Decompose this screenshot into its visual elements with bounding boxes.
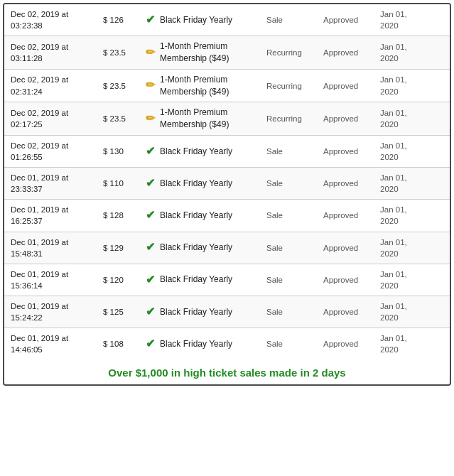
cell-type: Sale bbox=[264, 241, 321, 255]
cell-expiry: Jan 01, 2020 bbox=[378, 202, 428, 228]
table-row: Dec 01, 2019 at 15:48:31 $ 129 ✔ Black F… bbox=[4, 232, 450, 264]
cell-amount: $ 128 bbox=[101, 208, 144, 222]
cell-type: Sale bbox=[264, 305, 321, 319]
cell-amount: $ 23.5 bbox=[101, 112, 144, 126]
cell-status: Approved bbox=[321, 305, 378, 319]
table-row: Dec 01, 2019 at 23:33:37 $ 110 ✔ Black F… bbox=[4, 168, 450, 200]
cell-date: Dec 01, 2019 at 15:24:22 bbox=[9, 299, 101, 325]
status-icon: ✔ bbox=[144, 206, 158, 225]
cell-type: Sale bbox=[264, 176, 321, 190]
cell-product: Black Friday Yearly bbox=[158, 176, 264, 191]
cell-expiry: Jan 01, 2020 bbox=[378, 139, 428, 164]
cell-date: Dec 01, 2019 at 15:36:14 bbox=[9, 267, 101, 293]
cell-date: Dec 02, 2019 at 03:23:38 bbox=[9, 7, 101, 33]
table-row: Dec 02, 2019 at 02:31:24 $ 23.5 ✏ 1-Mont… bbox=[4, 70, 450, 103]
cell-expiry: Jan 01, 2020 bbox=[378, 40, 428, 65]
cell-product: 1-Month Premium Membership ($49) bbox=[158, 39, 264, 66]
cell-date: Dec 01, 2019 at 14:46:05 bbox=[9, 331, 101, 357]
table-row: Dec 01, 2019 at 16:25:37 $ 128 ✔ Black F… bbox=[4, 200, 450, 232]
status-icon: ✏ bbox=[144, 76, 158, 94]
status-icon: ✔ bbox=[144, 238, 158, 256]
cell-amount: $ 125 bbox=[101, 305, 144, 319]
table-row: Dec 02, 2019 at 01:26:55 $ 130 ✔ Black F… bbox=[4, 136, 450, 168]
status-icon: ✔ bbox=[144, 271, 158, 289]
cell-amount: $ 108 bbox=[101, 337, 144, 351]
cell-expiry: Jan 01, 2020 bbox=[378, 331, 428, 357]
cell-status: Approved bbox=[321, 337, 378, 351]
cell-expiry: Jan 01, 2020 bbox=[378, 72, 428, 98]
status-icon: ✔ bbox=[144, 303, 158, 321]
cell-amount: $ 23.5 bbox=[101, 45, 144, 60]
table-row: Dec 02, 2019 at 03:11:28 $ 23.5 ✏ 1-Mont… bbox=[4, 36, 450, 70]
cell-status: Approved bbox=[321, 176, 378, 190]
table-row: Dec 01, 2019 at 15:24:22 $ 125 ✔ Black F… bbox=[4, 296, 450, 328]
cell-date: Dec 02, 2019 at 02:17:25 bbox=[9, 106, 101, 131]
cell-product: Black Friday Yearly bbox=[158, 337, 264, 352]
cell-product: 1-Month Premium Membership ($49) bbox=[158, 105, 264, 132]
table-row: Dec 01, 2019 at 14:46:05 $ 108 ✔ Black F… bbox=[4, 328, 450, 359]
cell-amount: $ 129 bbox=[101, 241, 144, 255]
status-icon: ✏ bbox=[144, 109, 158, 128]
cell-amount: $ 23.5 bbox=[101, 79, 144, 93]
cell-type: Sale bbox=[264, 208, 321, 222]
cell-status: Approved bbox=[321, 144, 378, 158]
cell-type: Sale bbox=[264, 13, 321, 27]
cell-date: Dec 01, 2019 at 23:33:37 bbox=[9, 171, 101, 196]
cell-product: 1-Month Premium Membership ($49) bbox=[158, 72, 264, 99]
cell-product: Black Friday Yearly bbox=[158, 208, 264, 223]
cell-amount: $ 130 bbox=[101, 144, 144, 158]
cell-amount: $ 110 bbox=[101, 176, 144, 190]
cell-expiry: Jan 01, 2020 bbox=[378, 106, 428, 131]
cell-date: Dec 01, 2019 at 16:25:37 bbox=[9, 202, 101, 228]
transactions-table: Dec 02, 2019 at 03:23:38 $ 126 ✔ Black F… bbox=[3, 3, 451, 386]
cell-expiry: Jan 01, 2020 bbox=[378, 235, 428, 261]
cell-amount: $ 126 bbox=[101, 13, 144, 27]
cell-status: Approved bbox=[321, 45, 378, 60]
status-icon: ✔ bbox=[144, 335, 158, 353]
cell-product: Black Friday Yearly bbox=[158, 144, 264, 159]
cell-product: Black Friday Yearly bbox=[158, 240, 264, 255]
cell-type: Sale bbox=[264, 144, 321, 158]
cell-date: Dec 01, 2019 at 15:48:31 bbox=[9, 235, 101, 261]
cell-date: Dec 02, 2019 at 02:31:24 bbox=[9, 72, 101, 98]
status-icon: ✔ bbox=[144, 142, 158, 161]
cell-expiry: Jan 01, 2020 bbox=[378, 267, 428, 293]
table-row: Dec 01, 2019 at 15:36:14 $ 120 ✔ Black F… bbox=[4, 264, 450, 296]
cell-product: Black Friday Yearly bbox=[158, 13, 264, 28]
cell-type: Recurring bbox=[264, 45, 321, 60]
status-icon: ✔ bbox=[144, 11, 158, 29]
cell-status: Approved bbox=[321, 208, 378, 222]
status-icon: ✏ bbox=[144, 43, 158, 62]
footer-message: Over $1,000 in high ticket sales made in… bbox=[4, 359, 450, 384]
cell-status: Approved bbox=[321, 79, 378, 93]
cell-status: Approved bbox=[321, 241, 378, 255]
cell-product: Black Friday Yearly bbox=[158, 305, 264, 320]
cell-type: Sale bbox=[264, 273, 321, 287]
cell-expiry: Jan 01, 2020 bbox=[378, 171, 428, 196]
cell-type: Recurring bbox=[264, 79, 321, 93]
status-icon: ✔ bbox=[144, 174, 158, 193]
cell-type: Recurring bbox=[264, 112, 321, 126]
cell-date: Dec 02, 2019 at 01:26:55 bbox=[9, 139, 101, 164]
cell-expiry: Jan 01, 2020 bbox=[378, 299, 428, 325]
table-row: Dec 02, 2019 at 02:17:25 $ 23.5 ✏ 1-Mont… bbox=[4, 102, 450, 136]
cell-status: Approved bbox=[321, 112, 378, 126]
cell-status: Approved bbox=[321, 273, 378, 287]
cell-type: Sale bbox=[264, 337, 321, 351]
cell-status: Approved bbox=[321, 13, 378, 27]
cell-date: Dec 02, 2019 at 03:11:28 bbox=[9, 40, 101, 65]
cell-product: Black Friday Yearly bbox=[158, 272, 264, 287]
cell-expiry: Jan 01, 2020 bbox=[378, 7, 428, 33]
table-row: Dec 02, 2019 at 03:23:38 $ 126 ✔ Black F… bbox=[4, 4, 450, 36]
cell-amount: $ 120 bbox=[101, 273, 144, 287]
